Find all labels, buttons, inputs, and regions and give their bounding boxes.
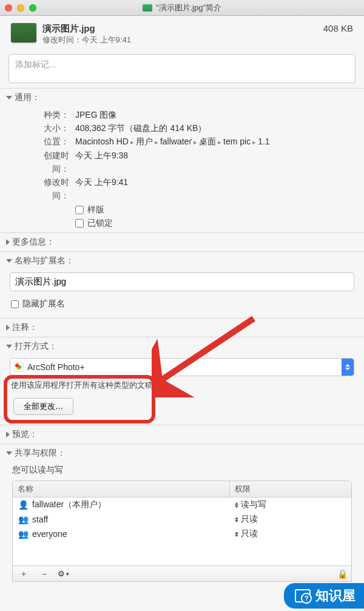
hide-ext-label: 隐藏扩展名 <box>22 299 65 309</box>
perm-privilege[interactable]: 读与写 <box>230 499 351 510</box>
perm-name: fallwater（本用户） <box>32 499 106 510</box>
tags-placeholder: 添加标记... <box>15 59 56 69</box>
header: 演示图片.jpg 修改时间：今天 上午9:41 408 KB <box>0 16 364 49</box>
size-label: 大小： <box>28 121 69 135</box>
gear-icon: ⚙ <box>58 569 65 578</box>
section-sharing-header[interactable]: 共享与权限： <box>6 448 358 459</box>
change-all-button[interactable]: 全部更改… <box>13 398 73 415</box>
kind-label: 种类： <box>28 108 69 121</box>
table-row[interactable]: 👥everyone只读 <box>13 527 351 541</box>
perm-header-priv: 权限 <box>230 481 351 497</box>
section-general: 通用： 种类：JPEG 图像 大小：408,362 字节（磁盘上的 414 KB… <box>0 88 364 232</box>
tags-input[interactable]: 添加标记... <box>8 54 356 83</box>
lock-icon[interactable]: 🔒 <box>337 569 348 579</box>
modified-label: 修改时间： <box>42 35 82 44</box>
disclosure-triangle-icon <box>6 259 12 263</box>
add-user-button[interactable]: ＋ <box>16 569 31 579</box>
section-open-with-header[interactable]: 打开方式： <box>6 341 358 352</box>
disclosure-triangle-icon <box>6 239 10 245</box>
created-value: 今天 上午9:38 <box>75 149 128 175</box>
disclosure-triangle-icon <box>6 325 10 331</box>
table-row[interactable]: 👤fallwater（本用户）读与写 <box>13 498 351 512</box>
stationery-label: 样版 <box>87 204 104 215</box>
disclosure-triangle-icon <box>6 431 10 437</box>
section-name-ext-header[interactable]: 名称与扩展名： <box>6 255 358 266</box>
created-label: 创建时间： <box>28 149 69 175</box>
user-icon: 👤 <box>18 500 29 510</box>
sharing-desc: 您可以读与写 <box>12 465 353 476</box>
modified-label-2: 修改时间： <box>28 175 69 202</box>
remove-user-button[interactable]: − <box>37 569 52 579</box>
perm-header-name: 名称 <box>13 481 230 497</box>
disclosure-triangle-icon <box>6 345 12 348</box>
perm-name: staff <box>32 515 48 524</box>
app-icon <box>14 362 24 372</box>
open-with-app: ArcSoft Photo+ <box>27 362 85 372</box>
open-with-desc: 使用该应用程序打开所有这种类型的文稿。 <box>11 380 354 391</box>
select-arrows-icon <box>342 359 354 376</box>
file-name: 演示图片.jpg <box>42 23 323 35</box>
file-size: 408 KB <box>323 23 353 33</box>
perm-name: everyone <box>32 529 67 539</box>
stationery-checkbox[interactable] <box>75 206 84 214</box>
where-value: Macintosh HD▸用户▸fallwater▸桌面▸tem pic▸1.1 <box>75 135 270 149</box>
size-value: 408,362 字节（磁盘上的 414 KB） <box>75 121 206 135</box>
updown-icon <box>235 517 238 522</box>
watermark: 知识屋 <box>284 583 364 609</box>
section-more-info: 更多信息： <box>0 232 364 251</box>
file-thumbnail <box>11 23 36 42</box>
section-more-info-header[interactable]: 更多信息： <box>6 237 358 248</box>
group-icon: 👥 <box>18 515 29 524</box>
action-menu-button[interactable]: ⚙ ▾ <box>58 569 69 578</box>
section-preview: 预览： <box>0 425 364 444</box>
modified-value: 今天 上午9:41 <box>82 35 131 44</box>
disclosure-triangle-icon <box>6 96 12 100</box>
watermark-icon <box>295 589 311 603</box>
title-thumbnail-icon <box>143 4 152 12</box>
permissions-footer: ＋ − ⚙ ▾ 🔒 <box>12 566 352 582</box>
section-open-with: 打开方式： ArcSoft Photo+ 使用该应用程序打开所有这种类型的文稿。… <box>0 337 364 425</box>
open-with-select[interactable]: ArcSoft Photo+ <box>10 358 354 376</box>
perm-privilege[interactable]: 只读 <box>230 528 351 539</box>
updown-icon <box>235 502 238 508</box>
section-name-ext: 名称与扩展名： 隐藏扩展名 <box>0 251 364 318</box>
titlebar: "演示图片.jpg"简介 <box>0 0 364 16</box>
perm-privilege[interactable]: 只读 <box>230 514 351 525</box>
permissions-table: 名称 权限 👤fallwater（本用户）读与写👥staff只读👥everyon… <box>12 481 352 566</box>
everyone-icon: 👥 <box>18 529 29 539</box>
modified-value-2: 今天 上午9:41 <box>75 175 128 202</box>
disclosure-triangle-icon <box>6 451 12 455</box>
locked-checkbox[interactable] <box>75 219 84 228</box>
section-general-header[interactable]: 通用： <box>6 92 358 103</box>
kind-value: JPEG 图像 <box>75 108 116 121</box>
section-comments: 注释： <box>0 318 364 337</box>
where-label: 位置： <box>28 135 69 149</box>
updown-icon <box>235 532 238 537</box>
watermark-text: 知识屋 <box>315 587 356 605</box>
section-comments-header[interactable]: 注释： <box>6 322 358 333</box>
name-ext-input[interactable] <box>10 272 354 291</box>
hide-ext-checkbox[interactable] <box>11 300 19 308</box>
window-title: "演示图片.jpg"简介 <box>156 2 221 13</box>
table-row[interactable]: 👥staff只读 <box>13 512 351 527</box>
locked-label: 已锁定 <box>87 218 113 229</box>
section-preview-header[interactable]: 预览： <box>6 429 358 440</box>
